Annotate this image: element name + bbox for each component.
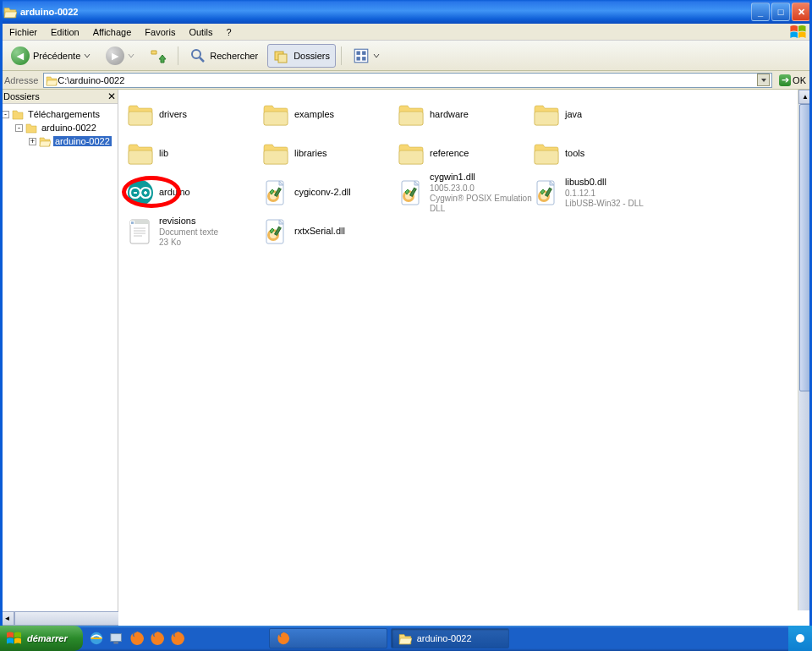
back-button[interactable]: ◄ Précédente [5, 43, 96, 68]
tray-icon [795, 633, 805, 643]
chevron-down-icon [128, 52, 134, 59]
menu-help[interactable]: ? [221, 25, 238, 39]
item-name: cygwin1.dll [430, 172, 533, 183]
ql-desktop[interactable] [108, 630, 125, 647]
ok-label: OK [793, 75, 806, 85]
firefox-icon [129, 631, 145, 646]
desktop-icon [109, 631, 124, 646]
folder-tree: - Téléchargements- arduino-0022+ arduino… [0, 104, 118, 151]
address-dropdown[interactable] [757, 74, 770, 86]
folder-item[interactable]: libraries [262, 139, 398, 169]
folder-icon [3, 5, 17, 19]
folder-item[interactable]: drivers [127, 100, 262, 130]
tree-item[interactable]: - arduino-0022 [2, 121, 116, 134]
tree-label: arduino-0022 [40, 123, 98, 133]
sidebar-title: Dossiers [3, 91, 40, 101]
item-name: drivers [159, 109, 187, 120]
views-button[interactable] [347, 44, 386, 68]
menu-edition[interactable]: Edition [45, 25, 85, 39]
forward-button[interactable]: ► [100, 43, 140, 68]
taskbar: démarrer arduino-0022 [0, 626, 812, 651]
tree-item[interactable]: - Téléchargements [2, 107, 116, 121]
menu-fichier[interactable]: Fichier [3, 25, 43, 39]
folder-icon [127, 140, 154, 167]
folders-button[interactable]: Dossiers [267, 44, 336, 68]
folder-icon [262, 140, 289, 167]
task-label: arduino-0022 [417, 633, 472, 643]
menu-affichage[interactable]: Affichage [87, 25, 138, 39]
folder-item[interactable]: tools [533, 139, 668, 169]
forward-icon: ► [106, 46, 124, 65]
expand-toggle[interactable]: + [29, 138, 36, 145]
systray[interactable] [788, 626, 812, 651]
file-item[interactable]: cygwin1.dll1005.23.0.0Cygwin® POSIX Emul… [398, 178, 533, 208]
go-button[interactable]: ➔ OK [776, 74, 809, 87]
up-icon [150, 47, 167, 64]
search-label: Rechercher [210, 51, 258, 61]
toolbar: ◄ Précédente ► Rechercher Dossiers [0, 41, 812, 71]
search-icon [189, 47, 206, 64]
start-button[interactable]: démarrer [0, 626, 83, 651]
file-item[interactable]: libusb0.dll0.1.12.1LibUSB-Win32 - DLL [533, 178, 668, 208]
address-input[interactable] [58, 75, 757, 85]
menu-outils[interactable]: Outils [183, 25, 218, 39]
tree-item[interactable]: + arduino-0022 [2, 134, 116, 148]
folder-item[interactable]: lib [127, 139, 262, 169]
file-item[interactable]: cygiconv-2.dll [262, 178, 398, 208]
ql-ff3[interactable] [169, 630, 186, 647]
start-label: démarrer [27, 633, 68, 643]
quicklaunch [83, 630, 191, 647]
addressbar: Adresse ➔ OK [0, 71, 812, 90]
task-explorer[interactable]: arduino-0022 [391, 628, 509, 648]
item-name: arduino [159, 187, 190, 198]
chevron-down-icon [84, 52, 91, 59]
separator [178, 46, 178, 65]
dll-icon [262, 218, 289, 245]
menu-favoris[interactable]: Favoris [139, 25, 181, 39]
folder-item[interactable]: java [533, 100, 668, 130]
item-name: tools [565, 148, 584, 159]
folder-icon [39, 135, 51, 147]
scroll-left[interactable]: ◄ [0, 611, 14, 626]
ql-ff1[interactable] [129, 630, 145, 647]
views-icon [353, 47, 370, 64]
folder-icon [533, 140, 560, 167]
firefox-icon [150, 631, 165, 646]
expand-toggle[interactable]: - [15, 124, 23, 132]
svg-rect-28 [111, 634, 122, 642]
folder-item[interactable]: hardware [398, 100, 533, 130]
scroll-thumb[interactable] [799, 104, 811, 391]
ql-ie[interactable] [88, 630, 105, 647]
folders-icon [273, 47, 290, 64]
tiles-grid: drivers examples hardware java lib libra… [118, 90, 812, 257]
folder-item[interactable]: reference [398, 139, 533, 169]
search-button[interactable]: Rechercher [184, 44, 264, 68]
sidebar: Dossiers ✕ - Téléchargements- arduino-00… [0, 90, 118, 626]
back-label: Précédente [33, 51, 80, 61]
up-button[interactable] [144, 44, 173, 68]
menubar: Fichier Edition Affichage Favoris Outils… [0, 24, 812, 41]
file-item[interactable]: arduino [127, 178, 262, 208]
folder-icon [12, 108, 24, 120]
item-name: libusb0.dll [565, 177, 644, 188]
dll-icon [398, 179, 425, 206]
sidebar-close[interactable]: ✕ [107, 90, 116, 102]
file-item[interactable]: rxtxSerial.dll [262, 216, 398, 247]
back-icon: ◄ [11, 46, 30, 65]
chevron-down-icon [373, 52, 380, 59]
item-name: revisions [159, 216, 218, 227]
ie-icon [89, 631, 104, 646]
item-name: java [565, 109, 582, 120]
ql-ff2[interactable] [149, 630, 166, 647]
maximize-button[interactable]: □ [771, 3, 790, 21]
folder-item[interactable]: examples [262, 100, 398, 130]
file-item[interactable]: revisionsDocument texte23 Ko [127, 216, 262, 247]
close-button[interactable]: ✕ [792, 3, 810, 21]
minimize-button[interactable]: _ [751, 3, 770, 21]
scroll-up[interactable]: ▲ [798, 90, 812, 104]
folder-icon [398, 632, 412, 645]
expand-toggle[interactable]: - [2, 111, 9, 118]
task-firefox[interactable] [269, 628, 387, 648]
scrollbar-vertical[interactable]: ▲ [798, 90, 812, 610]
dll-icon [262, 179, 289, 206]
